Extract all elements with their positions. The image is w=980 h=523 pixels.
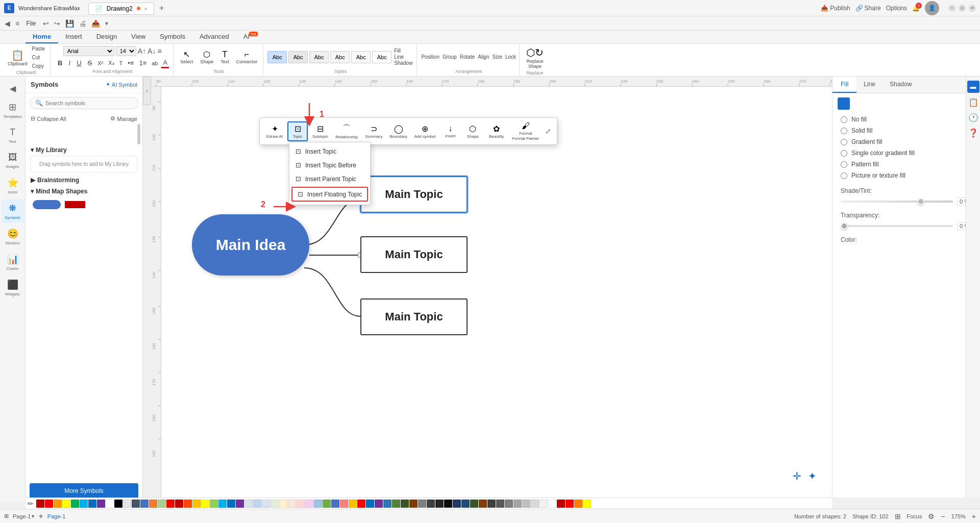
superscript-btn[interactable]: X² [96, 60, 105, 67]
sparkle-btn[interactable]: ✦ [808, 470, 817, 482]
font-family-select[interactable]: Arial [63, 46, 114, 56]
insert-topic-before-item[interactable]: ⊡ Insert Topic Before [289, 158, 370, 172]
user-avatar[interactable]: 👤 [925, 1, 939, 15]
manage-btn[interactable]: ⚙ Manage [110, 115, 137, 122]
pattern-fill-option[interactable]: Pattern fill [841, 161, 972, 168]
decrease-font-icon[interactable]: A↓ [148, 47, 156, 55]
symbols-search-box[interactable]: 🔍 [30, 97, 138, 109]
palette-color-swatch[interactable] [470, 500, 478, 508]
group-btn[interactable]: Group [443, 54, 457, 60]
palette-color-swatch[interactable] [418, 500, 426, 508]
palette-color-swatch[interactable] [557, 500, 565, 508]
zoom-out-btn[interactable]: − [941, 512, 945, 520]
palette-color-swatch[interactable] [184, 500, 192, 508]
palette-color-swatch[interactable] [323, 500, 331, 508]
format-painter-btn[interactable]: 🖌 Format Format Painter [509, 120, 542, 142]
sidebar-item-back[interactable]: ◀ [2, 81, 24, 96]
palette-color-swatch[interactable] [36, 500, 44, 508]
publish-button[interactable]: 📤 Publish [821, 5, 850, 12]
shadow-tab[interactable]: Shadow [883, 77, 919, 93]
collapse-sidebar-icon[interactable]: ≡ [14, 18, 21, 29]
topic-node-3[interactable]: Main Topic [360, 298, 468, 335]
single-color-gradient-option[interactable]: Single color gradient fill [841, 150, 972, 157]
insert-btn[interactable]: ↓ Insert [440, 122, 460, 140]
connector-btn[interactable]: ⌐ Connector [234, 48, 260, 66]
tab-insert[interactable]: Insert [58, 31, 89, 43]
palette-color-swatch[interactable] [88, 500, 96, 508]
fill-panel-icon[interactable]: ▬ [967, 81, 979, 93]
palette-color-swatch[interactable] [366, 500, 374, 508]
palette-color-swatch[interactable] [331, 500, 339, 508]
transparency-slider-thumb[interactable] [841, 222, 848, 230]
palette-color-swatch[interactable] [461, 500, 470, 508]
insert-topic-item[interactable]: ⊡ Insert Topic [289, 144, 370, 158]
font-size-select[interactable]: 14 [116, 46, 136, 56]
palette-color-swatch[interactable] [149, 500, 157, 508]
palette-color-swatch[interactable] [166, 500, 175, 508]
collapse-panel-btn[interactable]: ‹ [143, 77, 151, 105]
palette-color-swatch[interactable] [540, 500, 548, 508]
palette-color-swatch[interactable] [123, 500, 131, 508]
palette-color-swatch[interactable] [158, 500, 166, 508]
palette-color-swatch[interactable] [409, 500, 418, 508]
fit-page-icon[interactable]: ⊞ [895, 512, 901, 520]
palette-color-swatch[interactable] [392, 500, 400, 508]
no-fill-option[interactable]: No fill [841, 116, 972, 123]
align-icon[interactable]: ≡ [157, 47, 161, 55]
history-panel-icon[interactable]: 🕐 [967, 111, 979, 123]
select-btn[interactable]: ↖ Select [178, 48, 195, 66]
palette-color-swatch[interactable] [349, 500, 357, 508]
shape-toolbar-btn[interactable]: ⬡ Shape [462, 122, 483, 140]
topic-node-2[interactable]: Main Topic [360, 236, 468, 273]
number-list-btn[interactable]: 1≡ [137, 59, 148, 67]
style-1[interactable]: Abc [267, 51, 287, 63]
my-library-header[interactable]: ▾ My Library [31, 146, 137, 154]
palette-color-swatch[interactable] [262, 500, 270, 508]
shape-btn[interactable]: ⬡ Shape [198, 48, 216, 66]
palette-color-swatch[interactable] [496, 500, 504, 508]
styles-more-btn[interactable]: Fill Line Shadow [393, 47, 413, 67]
sidebar-item-images[interactable]: 🖼 Images [2, 149, 24, 172]
palette-color-swatch[interactable] [62, 500, 70, 508]
palette-color-swatch[interactable] [54, 500, 62, 508]
beautify-btn[interactable]: ✿ Beautify [485, 122, 507, 140]
tab-view[interactable]: View [124, 31, 153, 43]
cut-btn[interactable]: Cut [31, 54, 46, 61]
settings-icon[interactable]: ⚙ [928, 512, 935, 520]
clipboard-btn[interactable]: 📋 Clipboard [6, 47, 29, 68]
help-panel-icon[interactable]: ❓ [967, 127, 979, 139]
sidebar-item-widgets[interactable]: ⬛ Widgets [2, 276, 24, 300]
palette-color-swatch[interactable] [427, 500, 435, 508]
palette-color-swatch[interactable] [513, 500, 522, 508]
picture-texture-radio[interactable] [841, 172, 847, 179]
style-panel-icon[interactable]: 📋 [967, 96, 979, 108]
copy-btn[interactable]: Copy [31, 62, 46, 70]
rotate-btn[interactable]: Rotate [460, 54, 475, 60]
notifications-icon[interactable]: 🔔 1 [912, 5, 920, 12]
palette-color-swatch[interactable] [531, 500, 539, 508]
palette-color-swatch[interactable] [97, 500, 105, 508]
sidebar-item-charts[interactable]: 📊 Charts [2, 251, 24, 274]
mind-map-header[interactable]: ▾ Mind Map Shapes [31, 188, 137, 195]
tab-ai[interactable]: AI hot [236, 31, 257, 43]
palette-color-swatch[interactable] [383, 500, 391, 508]
nav-back-icon[interactable]: ◀ [3, 18, 12, 29]
palette-color-swatch[interactable] [244, 500, 253, 508]
sidebar-item-stickers[interactable]: 😊 Stickers [2, 225, 24, 248]
redo-icon[interactable]: ↪ [53, 18, 62, 29]
focus-mode-btn[interactable]: Focus [907, 513, 922, 519]
sidebar-item-symbols[interactable]: ❋ Symbols [2, 200, 24, 223]
tab-symbols[interactable]: Symbols [153, 31, 192, 43]
palette-color-swatch[interactable] [227, 500, 235, 508]
fill-btn[interactable]: Fill [394, 48, 412, 54]
new-tab-btn[interactable]: + [155, 2, 168, 15]
text-case-btn[interactable]: ab [150, 60, 159, 67]
topic-node-1[interactable]: Main Topic [360, 176, 468, 213]
shape-sample-1[interactable] [33, 200, 61, 209]
palette-color-swatch[interactable] [106, 500, 114, 508]
main-idea-node[interactable]: Main Idea [192, 214, 309, 276]
palette-color-swatch[interactable] [175, 500, 183, 508]
palette-color-swatch[interactable] [271, 500, 279, 508]
share-button[interactable]: 🔗 Share [855, 5, 881, 12]
palette-color-swatch[interactable] [522, 500, 530, 508]
